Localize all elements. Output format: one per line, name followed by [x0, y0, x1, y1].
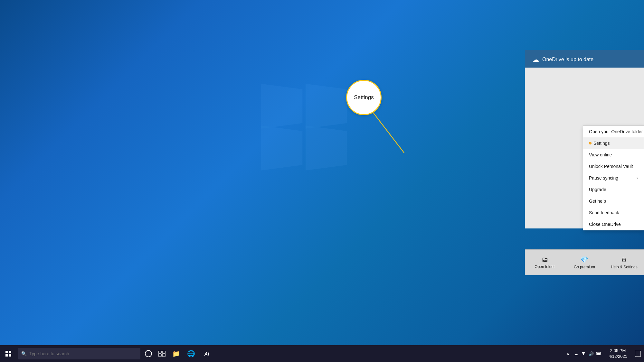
tray-icons: ∧ ☁ 🔊: [563, 345, 604, 362]
tray-up-arrow-icon[interactable]: ∧: [565, 350, 571, 357]
cortana-icon: [145, 350, 152, 357]
tray-battery-icon[interactable]: [596, 350, 602, 357]
settings-bubble[interactable]: Settings: [346, 80, 382, 115]
system-tray: ∧ ☁ 🔊: [563, 345, 644, 362]
ai-button[interactable]: Ai: [198, 345, 215, 362]
notification-icon: [635, 351, 641, 357]
menu-item-view-online[interactable]: View online: [583, 149, 644, 161]
menu-item-close-onedrive[interactable]: Close OneDrive: [583, 218, 644, 230]
svg-rect-4: [158, 354, 161, 357]
menu-item-open-folder-label: Open your OneDrive folder: [589, 129, 643, 134]
menu-item-view-online-label: View online: [589, 152, 612, 157]
menu-item-upgrade[interactable]: Upgrade: [583, 184, 644, 195]
onedrive-cloud-icon: ☁: [533, 56, 539, 63]
go-premium-label: Go premium: [574, 265, 595, 269]
menu-item-send-feedback[interactable]: Send feedback: [583, 207, 644, 218]
help-settings-button[interactable]: ⚙ Help & Settings: [604, 253, 644, 273]
menu-item-close-onedrive-label: Close OneDrive: [589, 222, 621, 227]
svg-rect-9: [635, 351, 641, 357]
taskbar: 🔍 📁 🌐 Ai: [0, 345, 644, 362]
tray-onedrive-icon[interactable]: ☁: [573, 350, 579, 357]
menu-item-settings-label: Settings: [593, 141, 610, 146]
menu-item-settings[interactable]: Settings: [583, 137, 644, 149]
cortana-button[interactable]: [142, 345, 155, 362]
menu-item-pause-syncing-label: Pause syncing: [589, 175, 618, 181]
menu-item-get-help[interactable]: Get help: [583, 195, 644, 207]
tray-wifi-icon[interactable]: [580, 350, 587, 357]
svg-rect-2: [158, 351, 161, 353]
menu-item-pause-syncing[interactable]: Pause syncing ›: [583, 172, 644, 184]
onedrive-status-bar: ☁ OneDrive is up to date: [525, 50, 644, 69]
pause-syncing-chevron-icon: ›: [637, 176, 638, 180]
help-settings-icon: ⚙: [621, 256, 627, 264]
svg-rect-7: [597, 353, 600, 355]
svg-line-0: [372, 111, 404, 153]
open-folder-label: Open folder: [535, 265, 555, 269]
context-menu: Open your OneDrive folder Settings View …: [583, 125, 644, 230]
taskbar-browser[interactable]: 🌐: [184, 345, 198, 362]
notification-button[interactable]: [632, 345, 644, 362]
go-premium-icon: 💎: [580, 256, 588, 264]
browser-icon: 🌐: [187, 350, 195, 357]
menu-item-get-help-label: Get help: [589, 199, 606, 204]
ai-button-label: Ai: [204, 351, 209, 357]
file-explorer-icon: 📁: [172, 350, 180, 357]
tray-volume-icon[interactable]: 🔊: [588, 350, 594, 357]
go-premium-button[interactable]: 💎 Go premium: [564, 253, 604, 273]
open-folder-icon: 🗂: [542, 256, 548, 263]
taskbar-file-explorer[interactable]: 📁: [169, 345, 184, 362]
onedrive-status-text: OneDrive is up to date: [542, 57, 593, 62]
menu-item-unlock-vault[interactable]: Unlock Personal Vault: [583, 161, 644, 172]
menu-item-upgrade-label: Upgrade: [589, 187, 606, 192]
start-button[interactable]: [0, 345, 17, 362]
clock[interactable]: 2:05 PM 4/12/2021: [604, 345, 632, 362]
menu-item-send-feedback-label: Send feedback: [589, 210, 619, 215]
action-bar: 🗂 Open folder 💎 Go premium ⚙ Help & Sett…: [525, 249, 644, 275]
settings-dot-indicator: [589, 142, 592, 144]
task-view-icon: [158, 351, 166, 357]
desktop: ☁ OneDrive is up to date Settings Open y…: [0, 0, 644, 362]
svg-point-1: [145, 350, 152, 357]
menu-item-open-folder[interactable]: Open your OneDrive folder: [583, 126, 644, 137]
svg-rect-3: [162, 351, 166, 353]
svg-rect-8: [601, 353, 601, 354]
search-input[interactable]: [29, 351, 137, 356]
help-settings-label: Help & Settings: [611, 265, 638, 269]
clock-date: 4/12/2021: [609, 354, 627, 359]
open-folder-button[interactable]: 🗂 Open folder: [525, 253, 564, 272]
task-view-button[interactable]: [155, 345, 169, 362]
start-icon: [5, 351, 11, 357]
search-icon: 🔍: [21, 351, 27, 356]
clock-time: 2:05 PM: [610, 348, 626, 354]
search-bar[interactable]: 🔍: [18, 348, 140, 359]
windows-logo-watermark: [264, 87, 354, 177]
menu-item-unlock-vault-label: Unlock Personal Vault: [589, 164, 633, 169]
settings-bubble-label: Settings: [354, 94, 374, 101]
svg-rect-5: [162, 354, 166, 357]
